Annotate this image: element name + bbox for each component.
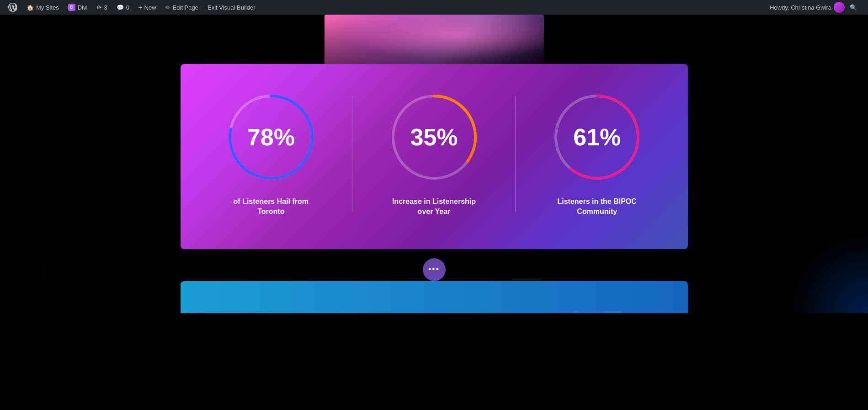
exit-vb-item[interactable]: Exit Visual Builder bbox=[203, 0, 260, 15]
comments-count: 0 bbox=[126, 4, 129, 11]
next-section-preview bbox=[181, 281, 688, 313]
new-item[interactable]: + New bbox=[134, 0, 161, 15]
my-sites-icon: 🏠 bbox=[27, 4, 34, 11]
stat-column-1: 78% of Listeners Hail from Toronto bbox=[190, 82, 353, 226]
plus-icon: + bbox=[138, 4, 142, 11]
my-sites-label: My Sites bbox=[36, 4, 59, 11]
stat-value-3: 61% bbox=[573, 125, 621, 149]
divi-item[interactable]: D Divi bbox=[64, 0, 92, 15]
admin-bar: 🏠 My Sites D Divi ⟳ 3 💬 0 + New ✏ Edit P… bbox=[0, 0, 868, 15]
dots-button[interactable]: ••• bbox=[423, 258, 446, 281]
right-radial-decoration bbox=[777, 222, 868, 313]
top-image-area bbox=[0, 15, 868, 64]
dots-decoration: · · · · · · · · · · · · · · · · · · · · … bbox=[14, 260, 100, 277]
edit-page-item[interactable]: ✏ Edit Page bbox=[161, 0, 203, 15]
stat-value-1: 78% bbox=[247, 125, 295, 149]
updates-count: 3 bbox=[104, 4, 107, 11]
stat-label-3: Listeners in the BIPOC Community bbox=[547, 197, 647, 217]
search-button[interactable]: 🔍 bbox=[847, 1, 860, 14]
comments-item[interactable]: 💬 0 bbox=[112, 0, 134, 15]
divi-label: Divi bbox=[78, 4, 88, 11]
circle-chart-3: 61% bbox=[551, 91, 643, 183]
circle-chart-1: 78% bbox=[225, 91, 317, 183]
comments-icon: 💬 bbox=[117, 4, 124, 11]
user-avatar[interactable] bbox=[834, 2, 845, 13]
stat-label-1: of Listeners Hail from Toronto bbox=[221, 197, 321, 217]
stats-wrapper: 78% of Listeners Hail from Toronto 35% I… bbox=[0, 64, 868, 249]
dots-icon: ••• bbox=[428, 265, 440, 274]
admin-bar-right: Howdy, Christina Gwira 🔍 bbox=[770, 1, 864, 14]
stat-label-2: Increase in Listenership over Year bbox=[384, 197, 485, 217]
updates-icon: ⟳ bbox=[97, 4, 102, 11]
stat-column-2: 35% Increase in Listenership over Year bbox=[352, 82, 516, 226]
stat-column-3: 61% Listeners in the BIPOC Community bbox=[516, 82, 679, 226]
updates-item[interactable]: ⟳ 3 bbox=[92, 0, 112, 15]
exit-vb-label: Exit Visual Builder bbox=[208, 4, 256, 11]
stat-value-2: 35% bbox=[410, 125, 458, 149]
top-image-container bbox=[181, 15, 688, 64]
edit-icon: ✏ bbox=[165, 4, 170, 11]
user-greeting: Howdy, Christina Gwira bbox=[770, 4, 831, 11]
circle-chart-2: 35% bbox=[389, 91, 480, 183]
divi-icon: D bbox=[68, 4, 75, 11]
bottom-area: · · · · · · · · · · · · · · · · · · · · … bbox=[0, 249, 868, 313]
stats-section: 78% of Listeners Hail from Toronto 35% I… bbox=[181, 64, 688, 249]
wp-logo-item[interactable] bbox=[4, 0, 22, 15]
page-content: 78% of Listeners Hail from Toronto 35% I… bbox=[0, 15, 868, 410]
edit-page-label: Edit Page bbox=[173, 4, 198, 11]
new-label: New bbox=[144, 4, 156, 11]
hero-image bbox=[325, 15, 544, 64]
my-sites-item[interactable]: 🏠 My Sites bbox=[22, 0, 64, 15]
